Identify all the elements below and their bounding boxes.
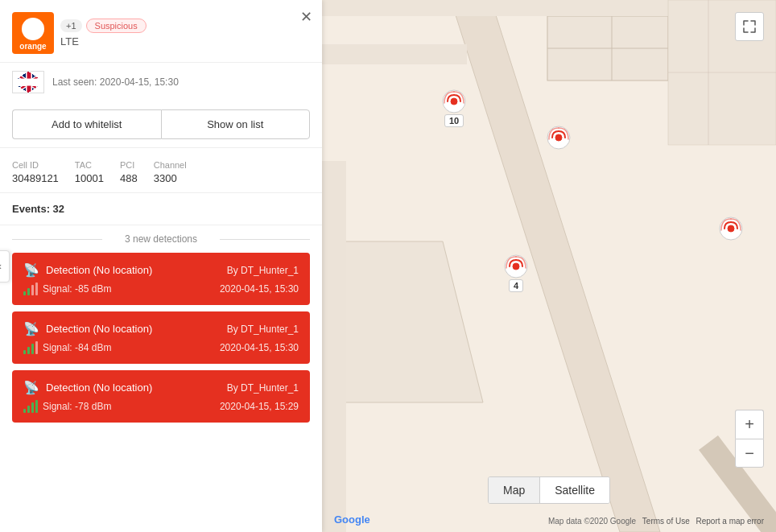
detection-by-1: By DT_Hunter_1 (227, 265, 299, 276)
detection-card-3[interactable]: 📡 Detection (No location) By DT_Hunter_1… (12, 370, 310, 423)
add-to-whitelist-button[interactable]: Add to whitelist (12, 109, 161, 139)
detection-time-3: 2020-04-15, 15:29 (220, 401, 299, 412)
map-background (322, 0, 776, 532)
detection-card-2[interactable]: 📡 Detection (No location) By DT_Hunter_1… (12, 311, 310, 364)
signal-bars-3 (23, 400, 38, 413)
detection-bottom-1: Signal: -85 dBm 2020-04-15, 15:30 (23, 282, 299, 295)
terms-of-use-link[interactable]: Terms of Use (642, 517, 690, 526)
badge-plus1: +1 (60, 19, 82, 32)
cell-id-field: Cell ID 30489121 (12, 160, 59, 184)
collapse-panel-button[interactable]: ‹ (0, 250, 10, 282)
detections-list: 📡 Detection (No location) By DT_Hunter_1… (0, 253, 322, 435)
map-expand-button[interactable] (735, 12, 764, 41)
svg-rect-6 (26, 72, 32, 93)
map-area: 10 4 (322, 0, 776, 532)
google-attribution: Google (334, 513, 370, 526)
wifi-icon-3: 📡 (23, 380, 39, 395)
pci-field: PCI 488 (120, 160, 138, 184)
detection-top-3: 📡 Detection (No location) By DT_Hunter_1 (23, 380, 299, 395)
svg-rect-18 (322, 161, 346, 532)
tower-marker-4[interactable]: 4 (503, 254, 529, 292)
channel-field: Channel 3300 (154, 160, 187, 184)
signal-text-3: Signal: -78 dBm (43, 401, 111, 412)
badge-suspicious: Suspicious (86, 19, 147, 33)
map-footer: Map data ©2020 Google Terms of Use Repor… (548, 517, 764, 526)
map-type-map-button[interactable]: Map (489, 477, 539, 503)
svg-rect-7 (13, 81, 44, 85)
carrier-badges: +1 Suspicious (60, 19, 147, 33)
signal-bars-2 (23, 341, 38, 354)
svg-point-26 (555, 134, 562, 141)
svg-point-30 (513, 263, 519, 270)
tower-count-1: 10 (444, 114, 464, 127)
detection-time-1: 2020-04-15, 15:30 (220, 283, 299, 295)
signal-row-3: Signal: -78 dBm (23, 400, 111, 413)
svg-point-24 (451, 98, 457, 105)
detection-top-2: 📡 Detection (No location) By DT_Hunter_1 (23, 321, 299, 336)
carrier-row: orange +1 Suspicious LTE (12, 12, 310, 54)
google-logo: Google (334, 513, 370, 526)
detection-title-1: Detection (No location) (46, 264, 152, 276)
last-seen-text: Last seen: 2020-04-15, 15:30 (52, 76, 179, 88)
carrier-info: +1 Suspicious LTE (60, 19, 147, 47)
events-row: Events: 32 (0, 193, 322, 225)
detection-by-3: By DT_Hunter_1 (227, 382, 299, 394)
signal-text-1: Signal: -85 dBm (43, 283, 111, 295)
panel-header: orange +1 Suspicious LTE ✕ (0, 0, 322, 63)
signal-text-2: Signal: -84 dBm (43, 342, 111, 353)
svg-rect-8 (27, 72, 31, 93)
zoom-out-button[interactable]: − (735, 439, 764, 468)
signal-row-2: Signal: -84 dBm (23, 341, 111, 354)
detection-left-1: 📡 Detection (No location) (23, 262, 152, 278)
carrier-tech: LTE (60, 35, 147, 47)
tac-field: TAC 10001 (75, 160, 104, 184)
tower-marker-3[interactable] (718, 216, 744, 241)
map-type-satellite-button[interactable]: Satellite (540, 477, 609, 503)
carrier-logo: orange (12, 12, 54, 54)
wifi-icon-2: 📡 (23, 321, 39, 336)
svg-rect-16 (322, 44, 467, 64)
svg-line-1 (13, 72, 44, 93)
flag-row: Last seen: 2020-04-15, 15:30 (0, 63, 322, 101)
detection-card-1[interactable]: 📡 Detection (No location) By DT_Hunter_1… (12, 253, 310, 305)
map-type-controls: Map Satellite (488, 476, 610, 504)
detection-title-3: Detection (No location) (46, 381, 152, 394)
tower-count-4: 4 (509, 279, 523, 292)
svg-point-28 (728, 225, 734, 232)
tower-marker-2[interactable] (546, 125, 572, 151)
svg-rect-5 (13, 80, 44, 86)
flag-icon (12, 71, 44, 93)
show-on-list-button[interactable]: Show on list (161, 109, 311, 139)
wifi-icon-1: 📡 (23, 262, 39, 278)
detections-header: 3 new detections (0, 225, 322, 253)
action-buttons: Add to whitelist Show on list (0, 101, 322, 148)
zoom-in-button[interactable]: + (735, 410, 764, 439)
detail-panel: orange +1 Suspicious LTE ✕ (0, 0, 322, 532)
detection-top-1: 📡 Detection (No location) By DT_Hunter_1 (23, 262, 299, 278)
detection-by-2: By DT_Hunter_1 (227, 324, 299, 335)
detection-left-3: 📡 Detection (No location) (23, 380, 152, 395)
cell-info: Cell ID 30489121 TAC 10001 PCI 488 Chann… (0, 148, 322, 193)
map-controls (735, 12, 764, 41)
svg-line-2 (13, 72, 44, 93)
svg-line-3 (13, 72, 44, 93)
close-button[interactable]: ✕ (300, 10, 312, 24)
report-map-error-link[interactable]: Report a map error (696, 517, 764, 526)
detection-bottom-3: Signal: -78 dBm 2020-04-15, 15:29 (23, 400, 299, 413)
svg-rect-0 (13, 72, 44, 93)
tower-marker-1[interactable]: 10 (441, 89, 467, 127)
map-zoom-controls: + − (735, 410, 764, 468)
detection-time-2: 2020-04-15, 15:30 (220, 342, 299, 353)
detection-title-2: Detection (No location) (46, 323, 152, 335)
signal-bars-1 (23, 282, 38, 295)
signal-row-1: Signal: -85 dBm (23, 282, 111, 295)
svg-line-4 (13, 72, 44, 93)
detection-left-2: 📡 Detection (No location) (23, 321, 152, 336)
detection-bottom-2: Signal: -84 dBm 2020-04-15, 15:30 (23, 341, 299, 354)
